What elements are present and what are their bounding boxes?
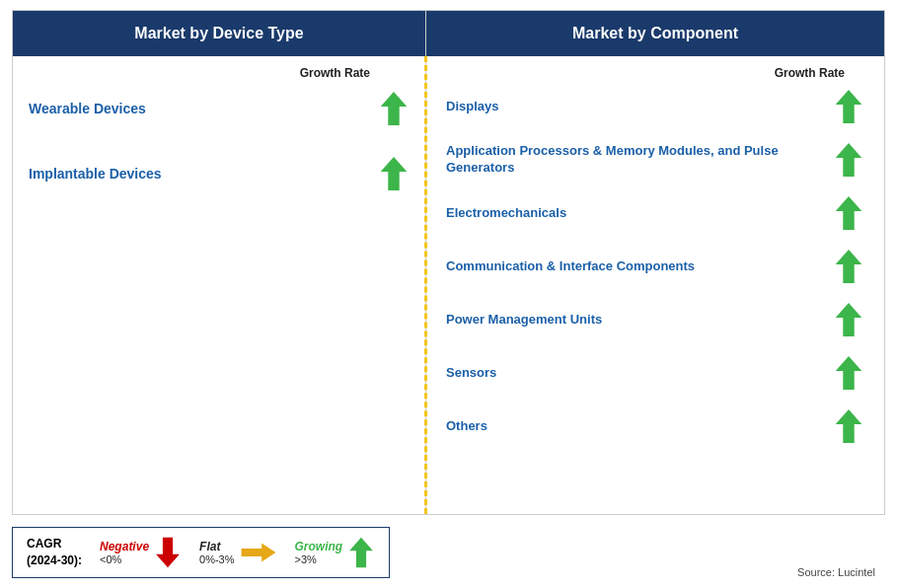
displays-arrow-up-icon [833, 88, 864, 125]
sensors-row: Sensors [446, 354, 864, 392]
svg-marker-5 [836, 250, 862, 283]
communication-row: Communication & Interface Components [446, 248, 864, 285]
negative-label: Negative [100, 540, 149, 553]
legend-bar: CAGR (2024-30): Negative <0% Flat 0%-3% [12, 527, 390, 578]
panel-divider [424, 56, 427, 514]
others-row: Others [446, 407, 864, 445]
right-panel: Market by Component Growth Rate Displays… [426, 10, 885, 515]
growing-arrow-up-icon [347, 536, 375, 569]
displays-label: Displays [446, 99, 498, 115]
app-processors-arrow-up-icon [833, 141, 864, 179]
electromechanicals-label: Electromechanicals [446, 205, 566, 222]
left-panel-header: Market by Device Type [13, 11, 425, 56]
svg-marker-0 [381, 92, 408, 125]
svg-marker-4 [836, 196, 862, 230]
implantable-devices-row: Implantable Devices [29, 155, 410, 192]
svg-marker-3 [836, 143, 862, 177]
flat-value: 0%-3% [199, 553, 234, 565]
others-arrow-up-icon [833, 407, 864, 445]
svg-marker-7 [836, 356, 862, 390]
svg-marker-2 [836, 90, 862, 123]
others-label: Others [446, 418, 487, 435]
implantable-devices-label: Implantable Devices [29, 166, 162, 182]
communication-arrow-up-icon [833, 248, 864, 285]
legend-flat: Flat 0%-3% [199, 539, 276, 566]
svg-marker-6 [836, 303, 862, 336]
sensors-arrow-up-icon [833, 354, 864, 392]
flat-arrow-right-icon [240, 539, 277, 566]
svg-marker-10 [241, 544, 275, 562]
bottom-row: CAGR (2024-30): Negative <0% Flat 0%-3% [12, 515, 885, 578]
power-management-row: Power Management Units [446, 301, 864, 338]
growing-value: >3% [295, 553, 343, 565]
right-panel-body: Growth Rate Displays Application Process… [426, 56, 884, 514]
electromechanicals-arrow-up-icon [833, 194, 864, 232]
cagr-label: CAGR (2024-30): [27, 536, 82, 569]
svg-marker-8 [836, 409, 862, 443]
wearable-devices-label: Wearable Devices [29, 101, 146, 116]
negative-value: <0% [100, 553, 149, 565]
legend-negative: Negative <0% [100, 536, 182, 569]
power-management-label: Power Management Units [446, 312, 602, 329]
svg-marker-11 [349, 538, 373, 568]
wearable-arrow-up-icon [378, 90, 410, 127]
source-label: Source: Lucintel [797, 566, 885, 578]
left-panel-body: Growth Rate Wearable Devices Implantable… [13, 56, 425, 514]
left-panel: Market by Device Type Growth Rate Wearab… [12, 10, 426, 515]
app-processors-label: Application Processors & Memory Modules,… [446, 143, 821, 177]
growing-label: Growing [295, 540, 343, 553]
negative-arrow-down-icon [154, 536, 182, 569]
svg-marker-9 [156, 538, 180, 568]
displays-row: Displays [446, 88, 864, 125]
power-management-arrow-up-icon [833, 301, 864, 338]
sensors-label: Sensors [446, 365, 496, 382]
communication-label: Communication & Interface Components [446, 258, 695, 275]
app-processors-row: Application Processors & Memory Modules,… [446, 141, 864, 179]
flat-label: Flat [199, 540, 234, 553]
electromechanicals-row: Electromechanicals [446, 194, 864, 232]
svg-marker-1 [381, 157, 408, 190]
right-panel-header: Market by Component [426, 11, 884, 56]
wearable-devices-row: Wearable Devices [29, 90, 410, 127]
right-growth-rate-label: Growth Rate [446, 66, 864, 80]
implantable-arrow-up-icon [378, 155, 410, 192]
legend-growing: Growing >3% [295, 536, 376, 569]
left-growth-rate-label: Growth Rate [29, 66, 410, 80]
